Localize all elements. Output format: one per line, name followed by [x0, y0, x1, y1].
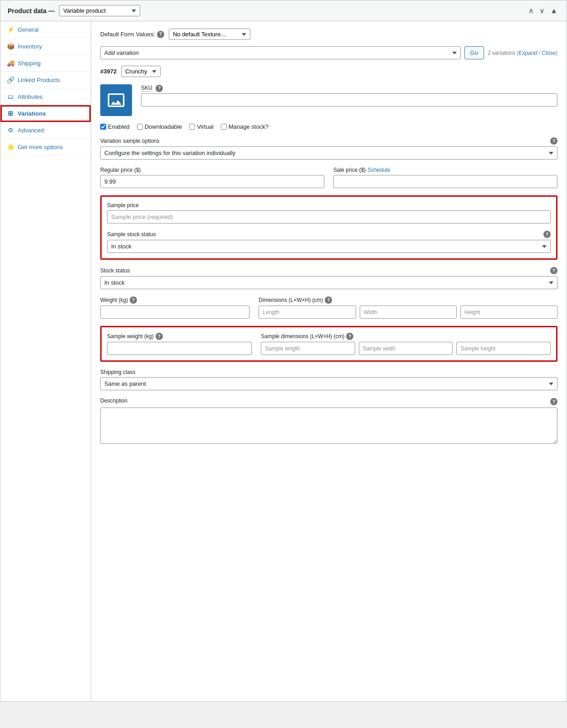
sale-price-input[interactable] — [333, 175, 557, 188]
manage-stock-checkbox[interactable] — [221, 124, 227, 130]
downloadable-checkbox[interactable] — [137, 124, 143, 130]
product-type-select[interactable]: Variable product Simple product Grouped … — [59, 5, 140, 16]
sample-weight-dimensions-row: Sample weight (kg) ? Sample dimensions (… — [107, 333, 551, 355]
variation-sample-options-label-row: Variation sample options ? — [100, 137, 557, 145]
variation-sample-options-section: Variation sample options ? Configure the… — [100, 137, 557, 160]
default-form-help-icon[interactable]: ? — [157, 31, 164, 38]
sample-price-row: Sample price — [107, 202, 551, 223]
variation-num-row: #3972 Crunchy — [100, 66, 557, 77]
sku-help-icon[interactable]: ? — [156, 85, 163, 92]
expand-button[interactable]: ▲ — [548, 5, 559, 16]
weight-help-icon[interactable]: ? — [130, 296, 137, 304]
variation-sample-options-help-icon[interactable]: ? — [550, 137, 557, 145]
sidebar-item-general-label: General — [18, 26, 39, 33]
virtual-checkbox-label[interactable]: Virtual — [189, 123, 214, 130]
collapse-down-button[interactable]: ∨ — [538, 5, 547, 16]
sidebar-item-get-more-options-label: Get more options — [18, 144, 63, 150]
shipping-class-label: Shipping class — [100, 369, 557, 375]
sidebar-item-general[interactable]: ⚡ General — [0, 21, 91, 38]
product-data-title: Product data — — [8, 7, 54, 15]
enabled-checkbox[interactable] — [100, 124, 106, 130]
enabled-checkbox-label[interactable]: Enabled — [100, 123, 130, 130]
sample-price-input[interactable] — [107, 210, 551, 223]
sidebar-item-variations[interactable]: ⊞ Variations — [0, 105, 91, 122]
sidebar-item-linked-products-label: Linked Products — [18, 77, 60, 83]
sidebar-item-attributes-label: Attributes — [18, 93, 43, 100]
default-form-values-row: Default Form Values: ? No default Textur… — [100, 29, 557, 40]
sidebar-item-attributes[interactable]: 🗂 Attributes — [0, 88, 91, 105]
sample-weight-help-icon[interactable]: ? — [156, 333, 163, 340]
stock-status-section: Stock status ? In stock — [100, 267, 557, 289]
sample-weight-input[interactable] — [107, 342, 252, 355]
sidebar-item-inventory-label: Inventory — [18, 43, 42, 50]
description-label: Description — [100, 398, 127, 404]
dimensions-label: Dimensions (L×W×H) (cm) ? — [259, 296, 557, 304]
regular-price-col: Regular price ($) — [100, 167, 324, 188]
description-textarea[interactable] — [100, 408, 557, 444]
virtual-label: Virtual — [197, 123, 214, 130]
variation-name-select[interactable]: Crunchy — [121, 66, 161, 77]
header-arrows: ∧ ∨ ▲ — [527, 5, 559, 16]
add-variation-select[interactable]: Add variation — [100, 46, 461, 59]
weight-label: Weight (kg) ? — [100, 296, 249, 304]
sample-stock-help-icon[interactable]: ? — [543, 231, 551, 238]
virtual-checkbox[interactable] — [189, 124, 195, 130]
variations-info: 2 variations (Expand / Close) — [488, 50, 557, 56]
sidebar-item-inventory[interactable]: 📦 Inventory — [0, 38, 91, 55]
downloadable-label: Downloadable — [145, 123, 182, 130]
product-data-body: ⚡ General 📦 Inventory 🚚 Shipping 🔗 Linke… — [0, 21, 567, 701]
sample-height-input[interactable] — [456, 342, 551, 355]
width-input[interactable] — [360, 306, 457, 319]
enabled-label: Enabled — [108, 123, 130, 130]
shipping-class-section: Shipping class Same as parent — [100, 369, 557, 390]
sidebar-item-get-more-options[interactable]: ⭐ Get more options — [0, 139, 91, 155]
sidebar-item-linked-products[interactable]: 🔗 Linked Products — [0, 72, 91, 88]
sku-label: SKU — [141, 85, 152, 92]
height-input[interactable] — [460, 306, 557, 319]
sample-stock-select[interactable]: In stock — [107, 240, 551, 253]
sample-dimensions-inputs — [261, 342, 551, 355]
sale-price-label: Sale price ($) Schedule — [333, 167, 557, 173]
header-left: Product data — Variable product Simple p… — [8, 5, 140, 16]
variation-image-button[interactable] — [100, 84, 132, 116]
texture-select[interactable]: No default Texture... — [169, 29, 250, 40]
description-help-icon[interactable]: ? — [550, 398, 557, 405]
regular-price-label: Regular price ($) — [100, 167, 324, 173]
sample-dimensions-label: Sample dimensions (L×W×H) (cm) ? — [261, 333, 551, 340]
sample-price-stock-section: Sample price Sample stock status ? In st… — [100, 195, 557, 260]
collapse-up-button[interactable]: ∧ — [527, 5, 536, 16]
sku-input[interactable] — [141, 93, 557, 107]
sample-length-input[interactable] — [261, 342, 355, 355]
stock-status-label-row: Stock status ? — [100, 267, 557, 274]
sidebar-item-shipping[interactable]: 🚚 Shipping — [0, 55, 91, 72]
go-button[interactable]: Go — [464, 46, 484, 59]
stock-status-help-icon[interactable]: ? — [550, 267, 557, 274]
expand-link[interactable]: Expand — [519, 50, 538, 56]
dimensions-help-icon[interactable]: ? — [325, 296, 332, 304]
close-link[interactable]: Close — [542, 50, 556, 56]
schedule-link[interactable]: Schedule — [367, 167, 390, 173]
sidebar-item-advanced[interactable]: ⚙ Advanced — [0, 122, 91, 139]
sidebar-item-shipping-label: Shipping — [18, 60, 41, 67]
inventory-icon: 📦 — [7, 43, 14, 50]
stock-status-select[interactable]: In stock — [100, 276, 557, 289]
add-variation-row: Add variation Go 2 variations (Expand / … — [100, 46, 557, 59]
dimensions-col: Dimensions (L×W×H) (cm) ? — [259, 296, 557, 319]
sample-stock-row: Sample stock status ? In stock — [107, 231, 551, 253]
sample-price-label: Sample price — [107, 202, 551, 209]
sample-width-input[interactable] — [359, 342, 453, 355]
regular-price-input[interactable] — [100, 175, 324, 188]
variation-sample-options-label: Variation sample options — [100, 138, 160, 144]
description-label-row: Description ? — [100, 398, 557, 406]
manage-stock-checkbox-label[interactable]: Manage stock? — [221, 123, 269, 130]
shipping-class-select[interactable]: Same as parent — [100, 377, 557, 390]
weight-dimensions-row: Weight (kg) ? Dimensions (L×W×H) (cm) ? — [100, 296, 557, 319]
default-form-values-label: Default Form Values: ? — [100, 31, 164, 38]
weight-input[interactable] — [100, 306, 249, 319]
sku-section: SKU ? — [141, 84, 557, 107]
sample-dimensions-help-icon[interactable]: ? — [346, 333, 353, 340]
product-data-header: Product data — Variable product Simple p… — [0, 0, 567, 21]
variation-sample-options-select[interactable]: Configure the settings for this variatio… — [100, 146, 557, 160]
length-input[interactable] — [259, 306, 356, 319]
downloadable-checkbox-label[interactable]: Downloadable — [137, 123, 182, 130]
